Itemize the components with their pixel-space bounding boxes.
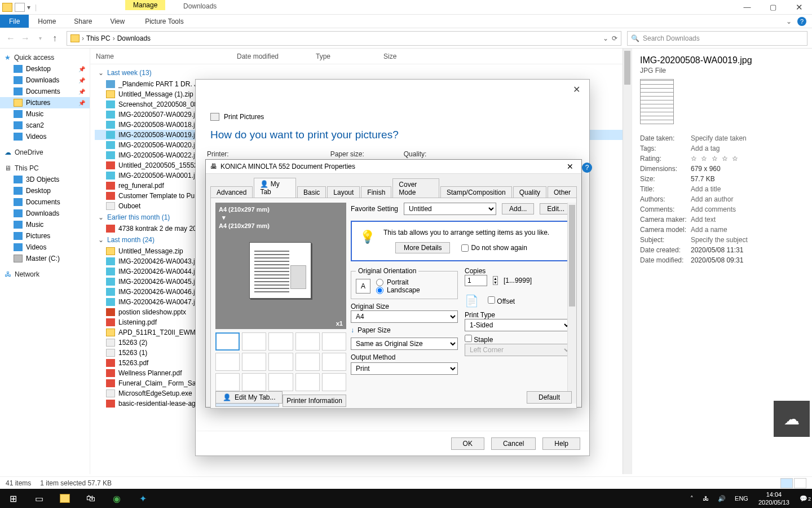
sidebar-group[interactable]: ★Quick access — [0, 52, 90, 63]
layout-option[interactable] — [242, 373, 266, 391]
landscape-radio[interactable] — [376, 287, 383, 294]
chevron-right-icon[interactable]: › — [82, 34, 84, 42]
breadcrumb-this-pc[interactable]: This PC — [86, 34, 111, 42]
sidebar-item[interactable]: Music — [0, 219, 90, 230]
layout-option[interactable] — [295, 373, 320, 391]
layout-option[interactable] — [215, 332, 240, 351]
view-tab[interactable]: View — [101, 15, 134, 28]
details-row-value[interactable]: Specify the subject — [691, 236, 748, 244]
help-icon[interactable]: ? — [797, 17, 806, 26]
sidebar-item[interactable]: Master (C:) — [0, 253, 90, 264]
up-button[interactable]: ↑ — [48, 32, 61, 45]
details-row-value[interactable]: Specify date taken — [691, 134, 747, 142]
share-tab[interactable]: Share — [65, 15, 101, 28]
sidebar-group[interactable]: ☁OneDrive — [0, 147, 90, 158]
sidebar-item[interactable]: 3D Objects — [0, 174, 90, 185]
cancel-button[interactable]: Cancel — [491, 437, 536, 450]
col-name[interactable]: Name — [96, 52, 237, 60]
layout-option[interactable] — [322, 373, 346, 391]
tab-other[interactable]: Other — [548, 186, 577, 198]
tray-language[interactable]: ENG — [730, 495, 753, 502]
scrollbar-thumb[interactable] — [569, 205, 575, 306]
sidebar-item[interactable]: Downloads📌 — [0, 75, 90, 86]
tab-stamp-composition[interactable]: Stamp/Composition — [440, 186, 512, 198]
recent-locations-icon[interactable]: ▾ — [34, 32, 46, 45]
tab-my-tab[interactable]: 👤 My Tab — [254, 178, 296, 198]
search-box[interactable]: 🔍 Search Downloads — [627, 31, 807, 46]
tray-clock[interactable]: 14:04 2020/05/13 — [753, 491, 795, 506]
scrollbar-thumb[interactable] — [624, 51, 630, 85]
layout-option[interactable] — [268, 373, 293, 391]
col-size[interactable]: Size — [383, 52, 429, 60]
view-thumbnails-icon[interactable] — [794, 478, 806, 488]
copies-input[interactable] — [465, 275, 487, 286]
tray-show-hidden-icon[interactable]: ˄ — [686, 495, 698, 502]
tab-basic[interactable]: Basic — [297, 186, 326, 198]
tray-volume-icon[interactable]: 🔊 — [713, 495, 730, 502]
chevron-right-icon[interactable]: › — [113, 34, 115, 42]
qat-dropdown-icon[interactable]: ▾ — [27, 3, 30, 11]
ribbon-expand-icon[interactable]: ⌄ — [786, 17, 792, 25]
tray-notifications-icon[interactable]: 💬2 — [795, 495, 812, 502]
home-tab[interactable]: Home — [29, 15, 65, 28]
file-tab[interactable]: File — [0, 15, 29, 28]
tab-cover-mode[interactable]: Cover Mode — [392, 178, 439, 198]
close-button[interactable]: ✕ — [786, 0, 812, 15]
chrome-icon[interactable]: ◉ — [104, 489, 130, 508]
breadcrumb-downloads[interactable]: Downloads — [117, 34, 151, 42]
favorite-setting-select[interactable]: Untitled — [404, 203, 496, 215]
address-dropdown-icon[interactable]: ⌄ — [603, 34, 608, 42]
details-row-value[interactable]: Add a title — [691, 185, 721, 193]
output-method-select[interactable]: Print — [351, 362, 458, 375]
tab-quality[interactable]: Quality — [513, 186, 546, 198]
layout-option[interactable] — [295, 353, 320, 371]
store-icon[interactable]: 🛍 — [78, 489, 104, 508]
layout-option[interactable] — [268, 332, 293, 351]
layout-option[interactable] — [215, 373, 240, 391]
add-button[interactable]: Add... — [502, 203, 534, 214]
back-button[interactable]: ← — [5, 32, 17, 45]
sidebar-item[interactable]: Desktop — [0, 185, 90, 196]
sidebar-group[interactable]: 🖧Network — [0, 269, 90, 280]
spinner-icon[interactable]: ▲▼ — [493, 276, 498, 285]
forward-button[interactable]: → — [19, 32, 32, 45]
maximize-button[interactable]: ▢ — [760, 0, 786, 15]
close-button[interactable]: ✕ — [570, 83, 584, 96]
tab-advanced[interactable]: Advanced — [210, 186, 253, 198]
more-details-button[interactable]: More Details — [395, 242, 450, 253]
minimize-button[interactable]: — — [734, 0, 760, 15]
sidebar-item[interactable]: Music — [0, 108, 90, 120]
tab-finish[interactable]: Finish — [361, 186, 391, 198]
portrait-radio[interactable] — [376, 279, 383, 286]
contextual-tab-label[interactable]: Manage — [125, 0, 165, 10]
layout-option[interactable] — [215, 353, 240, 371]
sidebar-item[interactable]: Downloads — [0, 208, 90, 219]
details-row-value[interactable]: Add text — [691, 216, 716, 224]
file-group-header[interactable]: Last week (13) — [95, 67, 627, 79]
tray-network-icon[interactable]: 🖧 — [698, 495, 713, 502]
help-button[interactable]: Help — [542, 437, 580, 450]
col-type[interactable]: Type — [316, 52, 383, 60]
staple-checkbox[interactable]: Staple — [465, 336, 493, 344]
start-button[interactable]: ⊞ — [0, 489, 26, 508]
layout-option[interactable] — [295, 332, 320, 351]
dont-show-checkbox[interactable]: Do not show again — [461, 244, 527, 252]
details-row-value[interactable]: Add an author — [691, 195, 733, 203]
original-size-select[interactable]: A4 — [351, 310, 458, 323]
sidebar-item[interactable]: Videos — [0, 242, 90, 253]
column-header[interactable]: Name Date modified Type Size — [90, 49, 632, 64]
address-bar[interactable]: › This PC › Downloads ⌄ ⟳ — [67, 31, 621, 46]
default-button[interactable]: Default — [527, 391, 572, 404]
sidebar-item[interactable]: Desktop📌 — [0, 63, 90, 75]
layout-option[interactable] — [242, 332, 266, 351]
view-details-icon[interactable] — [780, 478, 793, 488]
print-type-select[interactable]: 1-Sided — [465, 319, 572, 331]
sidebar-item[interactable]: Documents — [0, 196, 90, 208]
paper-size-select[interactable]: Same as Original Size — [351, 338, 458, 350]
app-icon[interactable]: ✦ — [130, 489, 156, 508]
layout-option[interactable] — [322, 353, 346, 371]
explorer-icon[interactable] — [52, 489, 78, 508]
sidebar-item[interactable]: scan2 — [0, 120, 90, 131]
layout-option[interactable] — [322, 332, 346, 351]
col-date[interactable]: Date modified — [237, 52, 316, 60]
